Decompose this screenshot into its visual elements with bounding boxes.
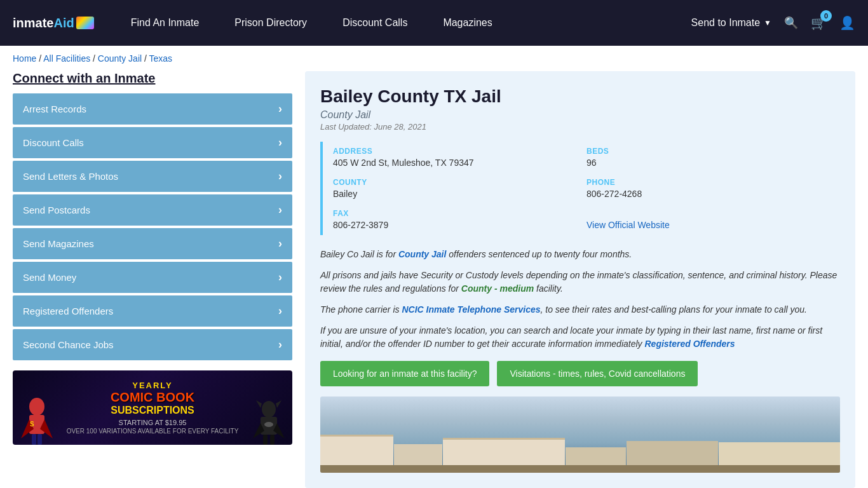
action-buttons: Looking for an inmate at this facility? … bbox=[320, 361, 840, 386]
nav-send-to-inmate[interactable]: Send to Inmate ▼ bbox=[691, 17, 771, 29]
address-cell: ADDRESS 405 W 2nd St, Muleshoe, TX 79347 bbox=[333, 142, 587, 173]
sidebar-menu: Arrest Records › Discount Calls › Send L… bbox=[13, 93, 292, 360]
sidebar-item-label: Registered Offenders bbox=[23, 306, 113, 316]
svg-marker-8 bbox=[256, 400, 262, 408]
phone-value: 806-272-4268 bbox=[587, 189, 834, 199]
arrow-icon: › bbox=[278, 271, 282, 284]
beds-cell: BEDS 96 bbox=[587, 142, 840, 173]
visitations-button[interactable]: Visitations - times, rules, Covid cancel… bbox=[497, 361, 698, 386]
sidebar-item-label: Arrest Records bbox=[23, 104, 86, 114]
ad-variations: OVER 100 VARIATIONS AVAILABLE FOR EVERY … bbox=[67, 428, 239, 435]
navbar: inmate Aid Find An Inmate Prison Directo… bbox=[0, 0, 868, 46]
nav-magazines[interactable]: Magazines bbox=[425, 0, 510, 46]
desc-para-2: All prisons and jails have Security or C… bbox=[320, 269, 840, 295]
arrow-icon: › bbox=[278, 136, 282, 149]
sidebar-item-arrest-records[interactable]: Arrest Records › bbox=[13, 93, 292, 125]
arrow-icon: › bbox=[278, 203, 282, 217]
fax-cell: FAX 806-272-3879 bbox=[333, 204, 587, 235]
facility-card: Bailey County TX Jail County Jail Last U… bbox=[305, 71, 855, 488]
ad-starting: STARTING AT $19.95 bbox=[67, 419, 239, 426]
arrow-icon: › bbox=[278, 338, 282, 351]
sidebar: Connect with an Inmate Arrest Records › … bbox=[13, 71, 292, 445]
nav-prison-directory[interactable]: Prison Directory bbox=[217, 0, 325, 46]
address-value: 405 W 2nd St, Muleshoe, TX 79347 bbox=[333, 158, 580, 168]
svg-point-0 bbox=[29, 398, 44, 416]
sidebar-item-label: Discount Calls bbox=[23, 137, 84, 148]
svg-rect-13 bbox=[263, 435, 268, 445]
address-label: ADDRESS bbox=[333, 147, 580, 156]
fax-label: FAX bbox=[333, 209, 580, 218]
desc-link-county-medium[interactable]: County - medium bbox=[461, 283, 534, 294]
sidebar-item-send-letters[interactable]: Send Letters & Photos › bbox=[13, 161, 292, 192]
sidebar-item-label: Send Letters & Photos bbox=[23, 171, 118, 182]
desc-link-registered-offenders[interactable]: Registered Offenders bbox=[644, 339, 735, 349]
sidebar-item-send-money[interactable]: Send Money › bbox=[13, 262, 292, 293]
phone-label: PHONE bbox=[587, 178, 834, 187]
website-link[interactable]: View Official Website bbox=[587, 220, 670, 230]
facility-info-grid: ADDRESS 405 W 2nd St, Muleshoe, TX 79347… bbox=[320, 142, 840, 235]
nav-find-inmate[interactable]: Find An Inmate bbox=[113, 0, 217, 46]
fax-value: 806-272-3879 bbox=[333, 220, 580, 230]
user-icon[interactable]: 👤 bbox=[839, 15, 855, 30]
arrow-icon: › bbox=[278, 102, 282, 116]
desc-para-4: If you are unsure of your inmate's locat… bbox=[320, 324, 840, 351]
county-label: COUNTY bbox=[333, 178, 580, 187]
arrow-icon: › bbox=[278, 237, 282, 250]
breadcrumb-state[interactable]: Texas bbox=[149, 53, 173, 64]
breadcrumb-county-jail[interactable]: County Jail bbox=[98, 53, 142, 64]
sidebar-ad[interactable]: S YEARLY COMIC BOOK bbox=[13, 370, 292, 445]
facility-image bbox=[320, 396, 840, 473]
arrow-icon: › bbox=[278, 170, 282, 183]
sidebar-item-label: Send Magazines bbox=[23, 238, 94, 249]
beds-value: 96 bbox=[587, 158, 834, 168]
svg-text:S: S bbox=[30, 421, 34, 428]
svg-point-15 bbox=[264, 422, 273, 427]
website-cell: View Official Website bbox=[587, 204, 840, 235]
breadcrumb-home[interactable]: Home bbox=[13, 53, 36, 64]
sidebar-item-second-chance-jobs[interactable]: Second Chance Jobs › bbox=[13, 329, 292, 360]
desc-link-county-jail-1[interactable]: County Jail bbox=[398, 249, 446, 259]
logo[interactable]: inmate Aid bbox=[13, 16, 94, 30]
sidebar-title: Connect with an Inmate bbox=[13, 71, 292, 86]
ad-yearly: YEARLY bbox=[67, 381, 239, 390]
ad-comic: COMIC BOOK bbox=[67, 390, 239, 405]
svg-rect-5 bbox=[37, 434, 42, 445]
looking-for-inmate-button[interactable]: Looking for an inmate at this facility? bbox=[320, 361, 489, 386]
sidebar-item-send-postcards[interactable]: Send Postcards › bbox=[13, 194, 292, 226]
sidebar-item-send-magazines[interactable]: Send Magazines › bbox=[13, 228, 292, 259]
sidebar-item-label: Second Chance Jobs bbox=[23, 339, 114, 350]
breadcrumb-all-facilities[interactable]: All Facilities bbox=[43, 53, 90, 64]
svg-rect-4 bbox=[32, 434, 36, 445]
main-content: Connect with an Inmate Arrest Records › … bbox=[0, 71, 868, 488]
county-value: Bailey bbox=[333, 189, 580, 199]
cart-badge: 0 bbox=[820, 10, 832, 22]
desc-para-1: Bailey Co Jail is for County Jail offend… bbox=[320, 248, 840, 261]
sidebar-item-label: Send Money bbox=[23, 272, 76, 283]
facility-name: Bailey County TX Jail bbox=[320, 86, 840, 107]
search-icon[interactable]: 🔍 bbox=[784, 16, 798, 30]
breadcrumb: Home / All Facilities / County Jail / Te… bbox=[0, 46, 868, 71]
nav-right: Send to Inmate ▼ 🔍 🛒 0 👤 bbox=[691, 15, 855, 30]
facility-type: County Jail bbox=[320, 109, 840, 121]
desc-para-3: The phone carrier is NCIC Inmate Telepho… bbox=[320, 303, 840, 316]
svg-marker-9 bbox=[276, 400, 281, 408]
sidebar-item-discount-calls[interactable]: Discount Calls › bbox=[13, 127, 292, 158]
arrow-icon: › bbox=[278, 304, 282, 318]
ad-subs: SUBSCRIPTIONS bbox=[67, 405, 239, 416]
sidebar-item-label: Send Postcards bbox=[23, 205, 90, 215]
svg-point-7 bbox=[262, 401, 276, 417]
beds-label: BEDS bbox=[587, 147, 834, 156]
county-cell: COUNTY Bailey bbox=[333, 173, 587, 204]
cart-wrapper[interactable]: 🛒 0 bbox=[811, 15, 827, 30]
dropdown-arrow-icon: ▼ bbox=[764, 18, 771, 27]
sidebar-item-registered-offenders[interactable]: Registered Offenders › bbox=[13, 295, 292, 327]
svg-rect-14 bbox=[270, 435, 275, 445]
desc-link-ncic[interactable]: NCIC Inmate Telephone Services bbox=[402, 304, 540, 315]
phone-cell: PHONE 806-272-4268 bbox=[587, 173, 840, 204]
nav-links: Find An Inmate Prison Directory Discount… bbox=[113, 0, 691, 46]
nav-discount-calls[interactable]: Discount Calls bbox=[325, 0, 425, 46]
facility-last-updated: Last Updated: June 28, 2021 bbox=[320, 122, 840, 132]
